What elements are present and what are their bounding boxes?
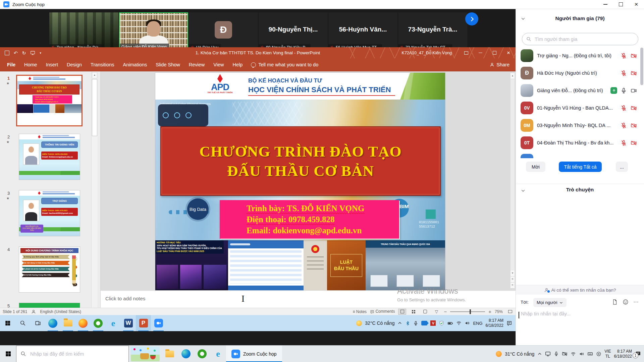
tab-slideshow[interactable]: Slide Show xyxy=(151,58,184,71)
slide[interactable]: Industrial 4.0 Cyber Physical Systems AP… xyxy=(155,73,445,290)
tab-file[interactable]: File xyxy=(3,58,20,71)
zoom-out-button[interactable]: − xyxy=(444,309,447,314)
zoom-slider-thumb[interactable] xyxy=(470,309,471,314)
search-highlight-icon[interactable] xyxy=(131,347,160,361)
camera-off-icon[interactable] xyxy=(630,105,637,111)
tab-animations[interactable]: Animations xyxy=(118,58,151,71)
taskbar-internet-explorer-local[interactable]: e xyxy=(210,346,226,362)
mic-on-icon[interactable] xyxy=(621,87,627,94)
volume-icon[interactable] xyxy=(579,351,584,357)
tab-design[interactable]: Design xyxy=(62,58,86,71)
scroll-up-arrow[interactable]: ▲ xyxy=(511,73,515,79)
slide-thumbnail-3[interactable]: TRỢ GIẢNG ĐIỆN THOẠI: 0981.670.823Email:… xyxy=(19,190,80,236)
ribbon-display-options-button[interactable] xyxy=(459,47,473,58)
camera-off-icon[interactable] xyxy=(630,140,637,146)
file-attach-icon[interactable] xyxy=(612,299,618,305)
mic-tray-icon[interactable] xyxy=(554,351,559,356)
slide-thumbnail-1[interactable]: CHƯƠNG TRÌNH ĐÀO TẠOĐẤU THẦU CƠ BẢN Trìn… xyxy=(16,75,82,126)
ppt-restore-button[interactable] xyxy=(487,47,501,58)
tab-view[interactable]: View xyxy=(209,58,228,71)
camera-tray-icon[interactable] xyxy=(421,321,427,325)
zoom-level[interactable]: 75% xyxy=(495,309,503,314)
task-view-button[interactable] xyxy=(30,315,45,331)
tab-home[interactable]: Home xyxy=(20,58,42,71)
ppt-close-button[interactable]: × xyxy=(501,47,516,58)
wifi-icon[interactable] xyxy=(571,351,576,357)
participant-scrollbar[interactable] xyxy=(640,47,643,158)
start-button[interactable] xyxy=(0,315,15,331)
normal-view-button[interactable] xyxy=(398,309,406,315)
mute-all-button[interactable]: Tắt tiếng Tất cả xyxy=(559,162,602,172)
share-button[interactable]: Share xyxy=(490,62,509,67)
qat-dropdown-icon[interactable]: ▾ xyxy=(40,51,41,55)
emoji-icon[interactable] xyxy=(623,299,629,305)
tab-review[interactable]: Review xyxy=(184,58,209,71)
comments-toggle[interactable]: Comments xyxy=(370,309,395,314)
scrollbar-thumb[interactable] xyxy=(92,79,97,136)
slide-thumbnail-2[interactable]: THÔNG TIN GIẢNG VIÊN ĐIỆN THOẠI: 0978.45… xyxy=(19,134,80,180)
chat-more-icon[interactable]: … xyxy=(633,298,639,304)
reading-view-button[interactable] xyxy=(421,309,429,315)
mute-circle-icon[interactable] xyxy=(596,351,601,357)
camera-off-icon[interactable] xyxy=(630,70,637,76)
mic-tray-icon[interactable] xyxy=(413,321,418,326)
scrollbar-thumb[interactable] xyxy=(640,48,643,85)
participant-search-input[interactable] xyxy=(534,36,629,42)
camera-off-icon[interactable] xyxy=(630,122,637,129)
tray-expand-icon[interactable] xyxy=(397,321,402,325)
participant-row[interactable]: 0T 04-Đoàn Thị Thu Hằng - Bv đa kh... xyxy=(516,134,639,152)
unikey-icon[interactable]: V xyxy=(430,320,436,326)
notes-placeholder[interactable]: Click to add notes xyxy=(105,296,145,301)
video-tile[interactable]: Trợ giảng - Nguyễn Đứ... xyxy=(49,12,118,51)
taskbar-search-input[interactable] xyxy=(30,351,121,357)
slide-sorter-view-button[interactable] xyxy=(410,309,418,315)
scroll-down-arrow[interactable]: ▼ xyxy=(511,270,515,277)
video-tile[interactable]: 56-Huỳnh Văn... 56-Huỳnh Văn Mua-TT... xyxy=(328,12,397,51)
slide-thumbnail-4[interactable]: NỘI DUNG CHƯƠNG TRÌNH KHÓA HỌC Hệ thống … xyxy=(19,246,80,293)
chat-input-row[interactable] xyxy=(519,311,641,320)
taskbar-file-explorer-local[interactable] xyxy=(162,346,178,362)
taskbar-zoom-active[interactable]: Zoom Cuộc họp xyxy=(226,346,282,362)
taskbar-coccoc[interactable] xyxy=(91,315,106,331)
start-slideshow-icon[interactable] xyxy=(30,50,35,55)
mic-off-icon[interactable] xyxy=(621,122,627,129)
participant-row[interactable]: 0V 01-Nguyễn Vũ Hùng - Ban QLDA... xyxy=(516,99,639,117)
restore-button[interactable] xyxy=(613,0,629,9)
video-tile[interactable]: 90-Nguyễn Thị... 90-Nguyễn Thị Kiều P... xyxy=(259,12,328,51)
participant-row[interactable]: 0M 03-Nguyễn Minh Thùy- BQL DA ... xyxy=(516,117,639,134)
input-language[interactable]: ENG xyxy=(473,321,482,326)
next-slide-button[interactable]: « xyxy=(511,283,515,289)
scroll-up-arrow[interactable]: ▲ xyxy=(92,72,97,78)
taskbar-internet-explorer[interactable]: e xyxy=(106,315,121,331)
device-icon[interactable] xyxy=(545,351,551,357)
participant-search-box[interactable] xyxy=(522,33,638,45)
zoom-in-button[interactable]: + xyxy=(488,309,491,314)
search-button[interactable] xyxy=(15,315,30,331)
keyboard-icon[interactable] xyxy=(587,351,593,357)
taskbar-edge[interactable] xyxy=(45,315,60,331)
redo-icon[interactable]: ↻ xyxy=(22,50,26,56)
weather-icon[interactable] xyxy=(496,351,502,357)
action-center-icon[interactable]: 1 xyxy=(635,351,641,357)
taskbar-search-box[interactable] xyxy=(16,346,129,362)
participant-row[interactable]: Giảng viên Đỗ... (Đồng chủ trì) xyxy=(516,82,639,99)
participant-row-partial[interactable] xyxy=(516,152,639,158)
tray-expand-icon[interactable] xyxy=(537,352,542,356)
thumbnail-scrollbar[interactable]: ▲ xyxy=(91,71,97,308)
previous-slide-button[interactable]: « xyxy=(511,277,515,283)
chat-privacy-note[interactable]: Ai có thể xem tin nhắn của bạn? xyxy=(516,285,644,295)
next-videos-button[interactable] xyxy=(465,12,478,25)
mic-off-icon[interactable] xyxy=(621,70,627,76)
zoom-slider[interactable] xyxy=(450,311,485,312)
collapse-participants-icon[interactable] xyxy=(521,16,526,21)
video-tile[interactable]: 73-Nguyễn Trà... 73-Nguyễn Trà My-CT ... xyxy=(398,12,467,51)
more-options-button[interactable]: ... xyxy=(616,162,628,172)
action-center-icon[interactable] xyxy=(506,320,512,326)
weather-text[interactable]: 31°C Có nắng xyxy=(505,351,534,357)
video-tile-active-speaker[interactable]: Giảng viên Đỗ Kiến Vọng xyxy=(119,12,188,51)
chat-message-input[interactable] xyxy=(520,311,639,317)
slideshow-view-button[interactable]: ▽ xyxy=(432,309,440,315)
fit-slide-button[interactable] xyxy=(506,309,514,315)
security-shield-icon[interactable] xyxy=(439,320,444,326)
wifi-icon[interactable] xyxy=(456,320,462,326)
